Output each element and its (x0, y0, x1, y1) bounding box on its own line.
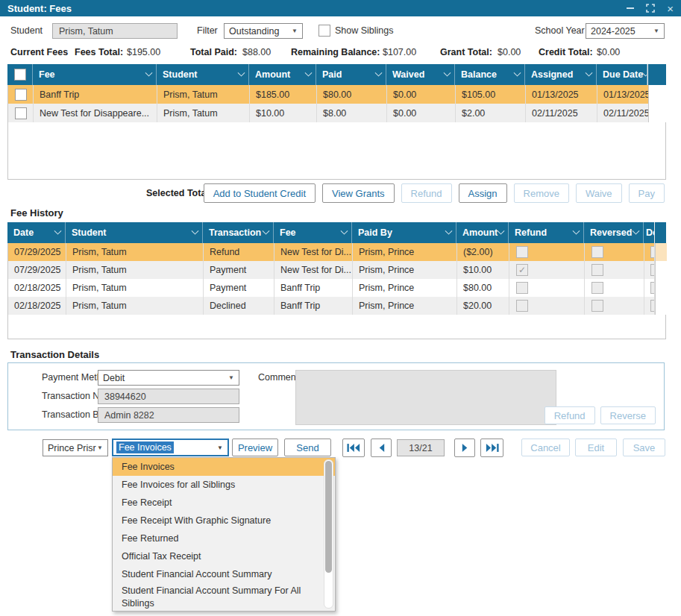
fees-total-label: Fees Total: (75, 47, 123, 57)
sort-chevron-icon (633, 227, 640, 234)
maximize-button[interactable] (646, 4, 655, 13)
cell-transaction: Payment (204, 261, 274, 279)
table-row[interactable]: 07/29/2025 Prism, Tatum Payment New Test… (8, 261, 665, 279)
dropdown-option[interactable]: Fee Invoices for all Siblings (113, 476, 335, 494)
chevron-down-icon: ▼ (292, 28, 298, 34)
edit-button[interactable]: Edit (575, 439, 617, 456)
transaction-by-field[interactable]: Admin 8282 (98, 407, 239, 423)
dropdown-option[interactable]: Fee Returned (113, 529, 335, 547)
reversed-checkbox[interactable] (591, 300, 603, 312)
col-header-transaction[interactable]: Transaction (203, 222, 274, 243)
pay-button[interactable]: Pay (629, 183, 665, 203)
cell-reversed (585, 279, 644, 297)
table-row[interactable]: New Test for Disappeare... Prism, Tatum … (8, 104, 665, 122)
table-row[interactable]: 02/18/2025 Prism, Tatum Payment Banff Tr… (8, 279, 665, 297)
reverse-transaction-button[interactable]: Reverse (600, 406, 656, 424)
cell-waived: $0.00 (387, 104, 456, 122)
col-header-student[interactable]: Student (66, 222, 203, 243)
cell-amount: $10.00 (457, 261, 509, 279)
col-header-paid-by[interactable]: Paid By (352, 222, 456, 243)
report-combo[interactable]: Fee Invoices ▼ (112, 439, 229, 456)
col-header-amount[interactable]: Amount (249, 64, 316, 85)
filter-select[interactable]: Outstanding ▼ (224, 23, 303, 39)
table-row[interactable]: 02/18/2025 Prism, Tatum Declined Banff T… (8, 297, 665, 315)
cell-transaction: Refund (204, 243, 274, 261)
assign-button[interactable]: Assign (459, 183, 507, 203)
refund-checkbox[interactable] (516, 282, 528, 294)
school-year-label: School Year (535, 25, 585, 36)
table-row[interactable]: 07/29/2025 Prism, Tatum Refund New Test … (8, 243, 665, 261)
close-button[interactable]: × (667, 3, 674, 14)
dropdown-scrollbar-track[interactable] (324, 459, 333, 609)
first-page-button[interactable] (342, 439, 365, 457)
cell-amount: $185.00 (250, 85, 317, 104)
chevron-down-icon: ▼ (97, 444, 103, 451)
page-indicator[interactable]: 13/21 (397, 439, 445, 456)
cell-student: Prism, Tatum (66, 261, 204, 279)
remove-button[interactable]: Remove (514, 183, 569, 203)
next-page-button[interactable] (454, 439, 475, 457)
row-checkbox[interactable] (15, 89, 27, 101)
reversed-checkbox[interactable] (591, 282, 603, 294)
show-siblings-checkbox[interactable] (318, 25, 330, 37)
col-header-fee[interactable]: Fee (274, 222, 352, 243)
previous-page-button[interactable] (371, 439, 392, 457)
recipient-select[interactable]: Prince Prisr ▼ (43, 439, 108, 456)
header-gutter (647, 64, 666, 85)
view-grants-button[interactable]: View Grants (322, 183, 395, 203)
row-checkbox[interactable] (15, 107, 27, 119)
dropdown-option[interactable]: Fee Invoices (113, 458, 335, 476)
col-header-assigned[interactable]: Assigned (525, 64, 597, 85)
send-button[interactable]: Send (284, 439, 331, 456)
col-header-waived[interactable]: Waived (386, 64, 455, 85)
school-year-select[interactable]: 2024-2025 ▼ (586, 23, 665, 39)
dropdown-option[interactable]: Official Tax Receipt (113, 547, 335, 565)
refund-button[interactable]: Refund (401, 183, 452, 203)
report-combo-value: Fee Invoices (116, 441, 174, 453)
dropdown-option[interactable]: Student Financial Account Summary (113, 565, 335, 583)
refund-checkbox[interactable] (516, 300, 528, 312)
sort-chevron-icon (586, 69, 593, 76)
student-label: Student (10, 25, 43, 36)
show-siblings-label: Show Siblings (335, 25, 394, 36)
col-header-de-clipped[interactable]: De (644, 222, 654, 243)
reversed-checkbox[interactable] (591, 264, 603, 276)
cell-amount: $20.00 (457, 297, 509, 315)
cell-student: Prism, Tatum (157, 104, 250, 122)
col-header-paid[interactable]: Paid (316, 64, 386, 85)
col-header-reversed[interactable]: Reversed (584, 222, 644, 243)
col-header-student[interactable]: Student (157, 64, 249, 85)
refund-transaction-button[interactable]: Refund (545, 406, 595, 424)
student-field[interactable]: Prism, Tatum (52, 23, 178, 39)
cell-student: Prism, Tatum (66, 297, 204, 315)
col-header-date[interactable]: Date (7, 222, 66, 243)
cancel-button[interactable]: Cancel (521, 439, 570, 456)
add-to-student-credit-button[interactable]: Add to Student Credit (204, 183, 316, 203)
dropdown-option[interactable]: Fee Receipt (113, 494, 335, 512)
last-page-button[interactable] (480, 439, 503, 457)
reversed-checkbox[interactable] (591, 246, 603, 258)
payment-method-select[interactable]: Debit ▼ (98, 370, 239, 386)
col-header-balance[interactable]: Balance (455, 64, 525, 85)
fee-history-body: 07/29/2025 Prism, Tatum Refund New Test … (7, 243, 666, 339)
col-header-refund[interactable]: Refund (509, 222, 584, 243)
dropdown-option[interactable]: Student Financial Account Summary For Al… (113, 583, 335, 612)
filter-label: Filter (197, 25, 218, 36)
table-row[interactable]: Banff Trip Prism, Tatum $185.00 $80.00 $… (8, 85, 665, 104)
dropdown-option[interactable]: Fee Receipt With Graphic Signature (113, 512, 335, 529)
dropdown-scrollbar-thumb[interactable] (325, 461, 332, 573)
minimize-button[interactable] (627, 7, 634, 9)
col-header-amount[interactable]: Amount (456, 222, 509, 243)
comment-textarea[interactable] (295, 370, 556, 425)
transaction-num-field[interactable]: 38944620 (98, 389, 239, 404)
refund-checkbox[interactable] (516, 246, 528, 258)
waive-button[interactable]: Waive (576, 183, 622, 203)
col-header-due-date[interactable]: Due Date (597, 64, 647, 85)
save-button[interactable]: Save (623, 439, 665, 456)
col-header-fee[interactable]: Fee (33, 64, 157, 85)
cell-date: 07/29/2025 (8, 243, 66, 261)
select-all-checkbox[interactable] (14, 69, 26, 81)
preview-button[interactable]: Preview (232, 439, 278, 456)
refund-checkbox-checked[interactable] (516, 264, 528, 276)
col-label: Transaction (209, 227, 261, 238)
